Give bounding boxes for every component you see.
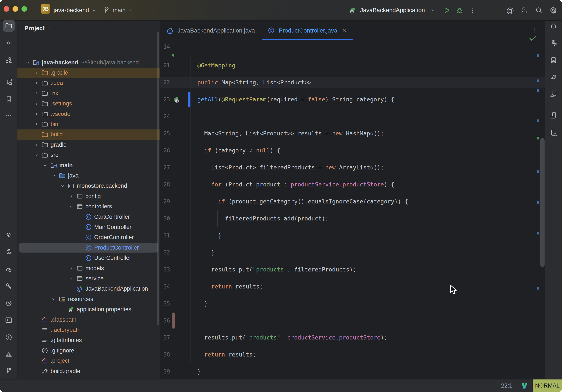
services-icon[interactable] xyxy=(3,297,15,309)
ai-assistant-chat-icon[interactable] xyxy=(548,37,560,49)
more-run-options-button[interactable] xyxy=(468,5,477,15)
chevron-right-icon[interactable] xyxy=(69,193,74,199)
tree-item--project[interactable]: .project xyxy=(17,356,160,366)
chevron-down-icon[interactable] xyxy=(34,153,39,158)
database-icon[interactable] xyxy=(548,54,560,66)
chevron-down-icon[interactable] xyxy=(51,296,57,302)
running-devices-icon[interactable] xyxy=(548,109,560,121)
tree-item-cartcontroller[interactable]: CCartController xyxy=(17,212,160,222)
tree-item-service[interactable]: service xyxy=(17,273,160,284)
tree-item--gradle[interactable]: .gradle xyxy=(17,68,160,78)
tree-item-src[interactable]: src xyxy=(17,150,160,160)
bookmarks-icon[interactable] xyxy=(3,93,15,105)
code-line-27[interactable]: 27List<Product> filteredProducts = new A… xyxy=(160,159,545,176)
run-button[interactable] xyxy=(442,5,452,15)
code-line-30[interactable]: 30filteredProducts.add(product); xyxy=(160,210,545,227)
code-line-38[interactable]: 38return results; xyxy=(160,346,545,363)
warnings-icon[interactable] xyxy=(3,348,15,360)
project-panel-header[interactable]: Project xyxy=(24,22,52,34)
tree-item-java[interactable]: java xyxy=(17,170,160,181)
incognito-icon[interactable] xyxy=(3,246,15,258)
code-line-29[interactable]: 29if (product.getCategory().equalsIgnore… xyxy=(160,193,545,210)
debug-button[interactable] xyxy=(455,5,464,15)
code-line-39[interactable]: 39} xyxy=(160,363,545,380)
run-configuration-selector[interactable]: JavaBackendApplication xyxy=(360,7,425,14)
problems-icon[interactable] xyxy=(3,332,15,343)
code-line-24[interactable]: 24 xyxy=(160,108,545,125)
chevron-right-icon[interactable] xyxy=(34,101,39,107)
tree-item--classpath[interactable]: .classpath xyxy=(17,315,160,325)
pull-requests-icon[interactable] xyxy=(3,54,15,66)
settings-gear-icon[interactable] xyxy=(549,6,557,14)
vim-plugin-icon[interactable] xyxy=(521,382,528,390)
profiler-icon[interactable] xyxy=(3,264,15,275)
tree-item-java-backend[interactable]: java-backend~/Github/java-backend xyxy=(17,57,160,68)
structure-icon[interactable] xyxy=(3,76,15,88)
device-manager-icon[interactable] xyxy=(548,88,560,100)
version-control-icon[interactable] xyxy=(3,365,15,377)
tree-item--vscode[interactable]: .vscode xyxy=(17,109,160,119)
build-icon[interactable] xyxy=(3,280,15,292)
tree-scrollbar[interactable] xyxy=(157,32,159,325)
tab-javabackendapplication[interactable]: C JavaBackendApplication.java xyxy=(160,21,261,40)
code-line-26[interactable]: 26if (category ≠ null) { xyxy=(160,142,545,159)
tree-item-main[interactable]: main xyxy=(17,160,160,170)
chevron-right-icon[interactable] xyxy=(34,132,39,137)
tree-item-models[interactable]: models xyxy=(17,263,160,273)
vcs-stripe-mark-added[interactable] xyxy=(537,137,539,140)
tree-item-changelog-md[interactable]: MCHANGELOG.md xyxy=(17,376,160,380)
chevron-right-icon[interactable] xyxy=(34,70,39,75)
code-line-25[interactable]: 25Map<String, List<Product>> results = n… xyxy=(160,125,545,142)
close-window-button[interactable] xyxy=(4,6,9,12)
tree-item--gitignore[interactable]: .gitignore xyxy=(17,345,160,356)
chevron-down-icon[interactable] xyxy=(25,60,30,65)
tree-item--nx[interactable]: .nx xyxy=(17,88,160,98)
tree-item--factorypath[interactable]: .factorypath xyxy=(17,325,160,335)
code-line-33[interactable]: 33results.put("products", filteredProduc… xyxy=(160,261,545,278)
vcs-stripe-mark[interactable] xyxy=(537,170,539,173)
tab-productcontroller[interactable]: C ProductController.java ✕ xyxy=(261,21,353,40)
code-line-32[interactable]: 32} xyxy=(160,244,545,261)
tree-item--idea[interactable]: .idea xyxy=(17,78,160,88)
editor-scrollbar[interactable] xyxy=(540,138,545,267)
chevron-right-icon[interactable] xyxy=(34,142,39,148)
vcs-stripe-mark[interactable] xyxy=(537,80,539,82)
vcs-stripe-mark[interactable] xyxy=(537,119,539,122)
code-line-36[interactable]: 36 xyxy=(160,312,545,329)
branch-selector[interactable]: main xyxy=(103,0,133,20)
zoom-window-button[interactable] xyxy=(22,6,27,12)
chevron-down-icon[interactable] xyxy=(60,183,65,189)
minimize-window-button[interactable] xyxy=(12,6,18,12)
chevron-right-icon[interactable] xyxy=(34,80,39,86)
close-tab-icon[interactable]: ✕ xyxy=(342,27,347,34)
tree-item-monostore-backend[interactable]: monostore.backend xyxy=(17,181,160,191)
vcs-stripe-mark[interactable] xyxy=(537,287,539,290)
code-line-22[interactable]: 22public Map<String, List<Product>> xyxy=(160,74,545,91)
tree-item-config[interactable]: config xyxy=(17,191,160,201)
tree-item-application-properties[interactable]: application.properties xyxy=(17,304,160,315)
vcs-stripe-mark[interactable] xyxy=(537,232,539,235)
tree-item-gradle[interactable]: gradle xyxy=(17,140,160,150)
tree-item--settings[interactable]: .settings xyxy=(17,99,160,109)
code-line-21[interactable]: 21@GetMapping xyxy=(160,57,545,74)
tree-item--gitattributes[interactable]: .gitattributes xyxy=(17,335,160,345)
chevron-down-icon[interactable] xyxy=(51,173,57,178)
chevron-right-icon[interactable] xyxy=(34,91,39,96)
tree-item-build-gradle[interactable]: build.gradle xyxy=(17,366,160,376)
code-line-31[interactable]: 31} xyxy=(160,227,545,244)
chevron-down-icon[interactable] xyxy=(69,204,74,209)
ai-cat-assistant-icon[interactable] xyxy=(3,230,15,241)
tree-item-ordercontroller[interactable]: COrderController xyxy=(17,232,160,243)
notifications-icon[interactable] xyxy=(548,20,560,32)
terminal-icon[interactable] xyxy=(3,314,15,326)
code-line-37[interactable]: 37results.put("products", productService… xyxy=(160,329,545,346)
tree-item-bin[interactable]: bin xyxy=(17,119,160,129)
tree-item-resources[interactable]: resources xyxy=(17,294,160,304)
chevron-right-icon[interactable] xyxy=(34,111,39,117)
project-folder-icon[interactable] xyxy=(3,20,15,32)
tree-item-productcontroller[interactable]: CProductController xyxy=(17,243,160,253)
commit-icon[interactable] xyxy=(3,37,15,49)
caret-position[interactable]: 22:1 xyxy=(501,382,512,389)
inspections-ok-icon[interactable] xyxy=(528,34,537,43)
search-icon[interactable] xyxy=(535,6,543,14)
